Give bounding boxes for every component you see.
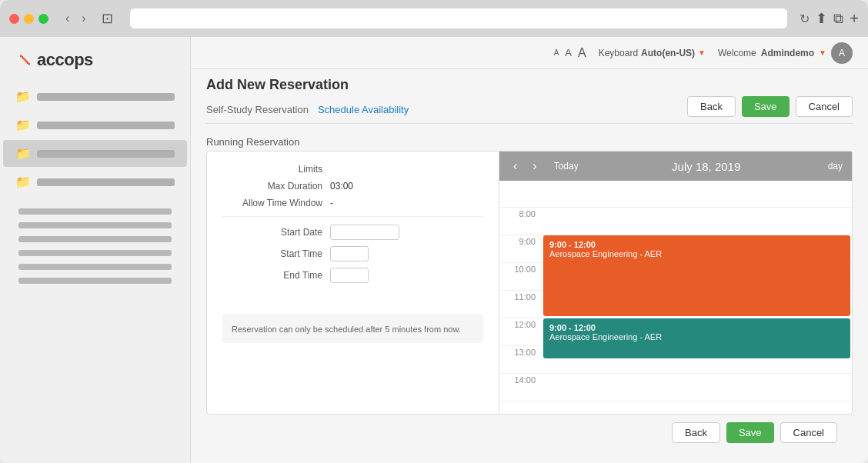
end-time-row: End Time [222, 268, 483, 283]
small-bar [18, 222, 172, 228]
tab-copy-button[interactable]: ⧉ [833, 11, 843, 27]
sidebar-label-bar [37, 178, 175, 186]
bottom-back-button[interactable]: Back [672, 422, 720, 443]
form-calendar-row: Limits Max Duration 03:00 Allow Time Win… [206, 151, 853, 415]
maximize-button[interactable] [38, 14, 48, 24]
logo-icon: ⟍ [15, 49, 34, 71]
font-size-small[interactable]: A [554, 48, 559, 57]
section-heading: Running Reservation [206, 130, 853, 151]
keyboard-dropdown[interactable]: ▼ [698, 48, 706, 57]
allow-time-window-value: - [330, 198, 333, 208]
traffic-lights [9, 14, 48, 24]
back-nav-button[interactable]: ‹ [61, 10, 74, 27]
refresh-button[interactable]: ↻ [800, 12, 810, 26]
calendar-body: 8:00 9:00 9:00 - 12:00 Aerospace Enginee… [499, 181, 852, 414]
cal-time-label-11: 11:00 [499, 291, 542, 301]
start-time-row: Start Time [222, 246, 483, 261]
sidebar: ⟍ accops 📁 📁 📁 📁 [0, 37, 191, 463]
cancel-button[interactable]: Cancel [796, 96, 853, 117]
allow-time-window-row: Allow Time Window - [222, 198, 483, 208]
share-button[interactable]: ⬆ [816, 10, 827, 27]
close-button[interactable] [9, 14, 19, 24]
event-orange-time: 9:00 - 12:00 [549, 240, 844, 249]
small-bar [18, 264, 172, 270]
sidebar-label-bar [37, 122, 175, 129]
browser-nav: ‹ › [61, 10, 91, 27]
cal-time-label-13: 13:00 [499, 346, 542, 357]
bottom-cancel-button[interactable]: Cancel [780, 422, 837, 443]
event-orange[interactable]: 9:00 - 12:00 Aerospace Engineering - AER [543, 235, 850, 316]
calendar-view[interactable]: day [828, 161, 843, 172]
sidebar-small-item[interactable] [0, 205, 190, 218]
sidebar-small-item[interactable] [0, 218, 190, 232]
calendar-title: July 18, 2019 [591, 160, 822, 173]
folder-icon: 📁 [15, 175, 31, 189]
tab-schedule-availability[interactable]: Schedule Availability [318, 104, 409, 115]
sidebar-toggle-button[interactable]: ⊡ [97, 8, 118, 28]
form-note: Reservation can only be scheduled after … [222, 314, 483, 343]
sidebar-small-item[interactable] [0, 274, 190, 288]
event-orange-name: Aerospace Engineering - AER [549, 249, 844, 258]
cal-time-row-8: 8:00 [499, 208, 852, 235]
save-button[interactable]: Save [742, 96, 790, 117]
font-size-large[interactable]: A [578, 46, 586, 60]
sidebar-item-1[interactable]: 📁 [3, 83, 187, 110]
cal-time-row-9: 9:00 9:00 - 12:00 Aerospace Engineering … [499, 235, 852, 263]
top-action-buttons: Back Save Cancel [687, 96, 853, 117]
start-time-input[interactable] [330, 246, 369, 261]
welcome-dropdown[interactable]: ▼ [819, 48, 826, 57]
start-date-label: Start Date [222, 227, 330, 238]
forward-nav-button[interactable]: › [77, 10, 90, 27]
font-size-medium[interactable]: A [565, 47, 572, 58]
cal-time-slot-12: 9:00 - 12:00 Aerospace Engineering - AER [542, 318, 852, 345]
start-date-input[interactable] [330, 225, 399, 240]
event-teal[interactable]: 9:00 - 12:00 Aerospace Engineering - AER [543, 318, 850, 358]
tab-bar: Self-Study Reservation Schedule Availabi… [206, 98, 409, 115]
cal-time-label-9: 9:00 [499, 235, 542, 246]
folder-icon: 📁 [15, 146, 31, 161]
minimize-button[interactable] [24, 14, 34, 24]
cal-time-label-10: 10:00 [499, 263, 542, 274]
end-time-label: End Time [222, 270, 330, 281]
content-area: Add New Reservation Self-Study Reservati… [191, 69, 868, 463]
calendar-header: ‹ › Today July 18, 2019 day [499, 152, 852, 181]
sidebar-item-3[interactable]: 📁 [3, 140, 187, 167]
browser-chrome: ‹ › ⊡ ↻ ⬆ ⧉ + [0, 0, 868, 37]
cal-time-slot-14 [542, 374, 852, 401]
cal-time-row-12: 12:00 9:00 - 12:00 Aerospace Engineering… [499, 318, 852, 346]
sidebar-small-item[interactable] [0, 246, 190, 260]
end-time-input[interactable] [330, 268, 369, 283]
sidebar-small-item[interactable] [0, 260, 190, 274]
tab-self-study[interactable]: Self-Study Reservation [206, 104, 309, 115]
new-tab-button[interactable]: + [850, 10, 859, 28]
start-date-row: Start Date [222, 225, 483, 240]
sidebar-small-item[interactable] [0, 232, 190, 246]
event-teal-time: 9:00 - 12:00 [549, 323, 844, 332]
small-bar [18, 250, 172, 256]
cal-time-slot-8 [542, 208, 852, 235]
calendar-today-button[interactable]: Today [548, 159, 585, 173]
cal-time-row-empty [499, 181, 852, 208]
avatar: A [831, 42, 853, 64]
start-time-label: Start Time [222, 248, 330, 259]
form-divider [222, 216, 483, 217]
folder-icon: 📁 [15, 118, 31, 132]
calendar-prev-button[interactable]: ‹ [509, 158, 522, 175]
keyboard-value: Auto(en-US) [641, 48, 695, 58]
cal-time-label-12: 12:00 [499, 318, 542, 329]
cal-time-row-14: 14:00 [499, 374, 852, 401]
sidebar-item-2[interactable]: 📁 [3, 112, 187, 138]
keyboard-info: Keyboard Auto(en-US) ▼ [599, 48, 706, 58]
sidebar-label-bar [37, 93, 175, 101]
back-button[interactable]: Back [687, 96, 736, 117]
sidebar-item-4[interactable]: 📁 [3, 168, 187, 195]
sidebar-small-items [0, 198, 190, 294]
event-teal-name: Aerospace Engineering - AER [549, 332, 844, 341]
welcome-info: Welcome Admindemo ▼ A [718, 42, 853, 64]
font-size-controls: A A A [554, 46, 586, 60]
calendar-next-button[interactable]: › [528, 158, 541, 175]
logo-area: ⟍ accops [0, 37, 190, 80]
top-bar: A A A Keyboard Auto(en-US) ▼ Welcome Adm… [191, 37, 868, 69]
bottom-save-button[interactable]: Save [726, 422, 774, 443]
url-bar[interactable] [130, 8, 788, 28]
